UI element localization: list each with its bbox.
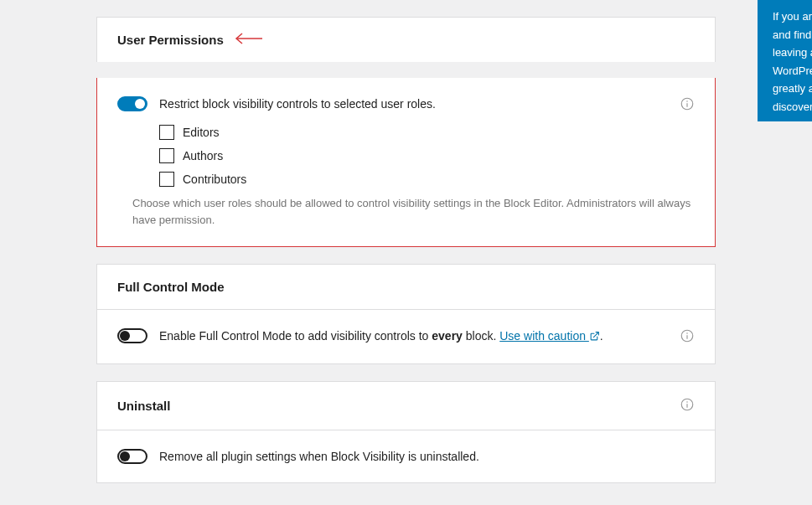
arrow-left-icon — [234, 33, 262, 47]
panel-header: Uninstall — [97, 382, 715, 430]
roles-help-text: Choose which user roles should be allowe… — [132, 195, 695, 228]
restrict-roles-label: Restrict block visibility controls to se… — [159, 96, 436, 111]
full-control-toggle[interactable] — [117, 328, 147, 343]
role-authors-checkbox[interactable] — [159, 148, 174, 163]
role-contributors-item: Contributors — [159, 172, 695, 187]
role-contributors-label: Contributors — [183, 173, 246, 186]
use-with-caution-link[interactable]: Use with caution — [499, 329, 600, 343]
role-editors-checkbox[interactable] — [159, 125, 174, 140]
role-authors-item: Authors — [159, 148, 695, 163]
uninstall-panel: Uninstall Remove all plugin settings whe… — [96, 381, 716, 483]
uninstall-toggle[interactable] — [117, 449, 147, 464]
user-permissions-panel: User Permissions — [96, 17, 716, 62]
svg-point-2 — [686, 100, 688, 102]
svg-point-5 — [686, 332, 688, 334]
restrict-roles-toggle[interactable] — [117, 96, 147, 111]
full-control-body: Enable Full Control Mode to add visibili… — [97, 310, 715, 363]
full-control-title: Full Control Mode — [117, 280, 224, 294]
roles-checkbox-list: Editors Authors Contributors — [159, 125, 695, 187]
role-authors-label: Authors — [183, 149, 223, 162]
svg-point-8 — [686, 401, 688, 403]
info-icon[interactable] — [680, 397, 695, 415]
full-control-panel: Full Control Mode Enable Full Control Mo… — [96, 264, 716, 364]
external-link-icon — [589, 330, 600, 345]
user-permissions-title: User Permissions — [117, 33, 224, 47]
info-icon[interactable] — [680, 328, 695, 346]
uninstall-title: Uninstall — [117, 399, 170, 413]
uninstall-label: Remove all plugin settings when Block Vi… — [159, 449, 479, 464]
role-editors-item: Editors — [159, 125, 695, 140]
info-icon[interactable] — [680, 96, 695, 114]
panel-header: Full Control Mode — [97, 265, 715, 310]
user-permissions-body: Restrict block visibility controls to se… — [96, 78, 716, 247]
sidebar-widget: If you are and find i leaving a WordPres… — [758, 0, 812, 121]
uninstall-body: Remove all plugin settings when Block Vi… — [97, 430, 715, 482]
role-editors-label: Editors — [183, 126, 220, 139]
role-contributors-checkbox[interactable] — [159, 172, 174, 187]
full-control-label: Enable Full Control Mode to add visibili… — [159, 328, 603, 345]
panel-header: User Permissions — [97, 18, 715, 62]
